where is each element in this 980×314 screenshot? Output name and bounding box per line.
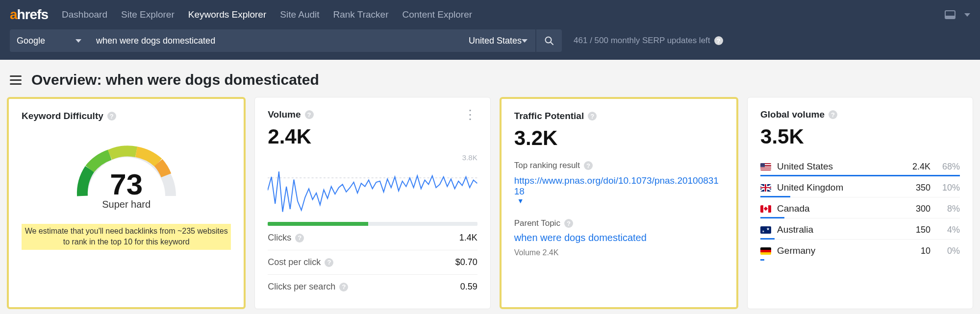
card-volume: Volume ? ⋮ 2.4K 3.8K Clicks? 1.4K Cost p… xyxy=(254,97,490,309)
page-title: Overview: when were dogs domesticated xyxy=(31,72,319,88)
menu-icon[interactable] xyxy=(10,75,22,85)
cpc-value: $0.70 xyxy=(455,257,477,267)
cpc-label: Cost per click xyxy=(268,257,321,267)
clicks-label: Clicks xyxy=(268,233,291,243)
help-icon[interactable]: ? xyxy=(295,234,304,242)
tp-parent-topic-link[interactable]: when were dogs domesticated xyxy=(514,232,724,243)
metrics-row: Keyword Difficulty ? 73 Super hard We es… xyxy=(0,97,980,314)
kd-title: Keyword Difficulty xyxy=(22,111,103,121)
gv-country-volume: 2.4K xyxy=(904,162,930,172)
gv-country-pct: 8% xyxy=(936,204,960,214)
gv-country-name: United States xyxy=(777,161,898,172)
gv-country-volume: 10 xyxy=(904,246,930,256)
keyword-input[interactable] xyxy=(88,29,461,52)
tp-parent-volume: Volume 2.4K xyxy=(514,248,724,257)
gv-country-name: United Kingdom xyxy=(777,182,898,193)
gv-country-pct: 68% xyxy=(936,162,960,172)
tp-top-result-link[interactable]: https://www.pnas.org/doi/10.1073/pnas.20… xyxy=(514,175,724,205)
help-icon[interactable]: ? xyxy=(325,258,333,267)
screen-icon[interactable] xyxy=(945,10,955,19)
account-menu-caret[interactable] xyxy=(964,13,970,17)
tp-top-result-label: Top ranking result ? xyxy=(514,161,724,170)
row-clicks: Clicks? 1.4K xyxy=(268,226,477,250)
nav-item[interactable]: Keywords Explorer xyxy=(188,9,266,20)
search-icon xyxy=(544,36,554,46)
gv-row[interactable]: Australia1504% xyxy=(760,218,960,240)
search-bar: Google United States 461 / 500 monthly S… xyxy=(0,29,980,60)
nav-item[interactable]: Dashboard xyxy=(62,9,107,20)
gv-country-name: Australia xyxy=(777,224,898,235)
help-icon[interactable]: ? xyxy=(339,283,348,291)
volume-sparkline xyxy=(268,153,477,217)
nav-items: DashboardSite ExplorerKeywords ExplorerS… xyxy=(62,9,472,20)
logo[interactable]: ahrefs xyxy=(10,7,48,23)
gv-row[interactable]: Canada3008% xyxy=(760,197,960,218)
flag-icon xyxy=(760,184,771,192)
gv-value: 3.5K xyxy=(760,125,960,148)
gv-country-pct: 0% xyxy=(936,246,960,256)
country-select[interactable]: United States xyxy=(461,29,535,52)
tp-value: 3.2K xyxy=(514,126,724,150)
volume-value: 2.4K xyxy=(268,125,477,148)
gv-row[interactable]: Germany100% xyxy=(760,240,960,260)
clicks-value: 1.4K xyxy=(459,233,477,243)
gv-row[interactable]: United States2.4K68% xyxy=(760,155,960,176)
help-icon[interactable]: ? xyxy=(107,112,116,121)
gv-country-name: Germany xyxy=(777,245,898,256)
nav-item[interactable]: Rank Tracker xyxy=(333,9,389,20)
row-cps: Clicks per search? 0.59 xyxy=(268,275,477,299)
tp-parent-label-row: Parent Topic ? xyxy=(514,218,724,228)
cps-value: 0.59 xyxy=(460,282,477,292)
gv-country-volume: 350 xyxy=(904,183,930,193)
help-icon[interactable]: ? xyxy=(305,110,314,119)
help-icon[interactable]: ? xyxy=(584,161,593,170)
gv-country-pct: 4% xyxy=(936,225,960,235)
serp-updates-text: 461 / 500 monthly SERP updates left xyxy=(574,36,710,46)
chevron-down-icon: ▼ xyxy=(517,197,524,205)
gv-country-name: Canada xyxy=(777,203,898,214)
kd-score: 73 xyxy=(68,168,185,201)
flag-icon xyxy=(760,226,771,234)
page-header: Overview: when were dogs domesticated xyxy=(0,60,980,97)
help-icon[interactable]: ? xyxy=(829,110,837,119)
more-menu-icon[interactable]: ⋮ xyxy=(464,113,477,117)
nav-item[interactable]: Site Audit xyxy=(280,9,319,20)
gv-country-volume: 150 xyxy=(904,225,930,235)
country-select-label: United States xyxy=(469,36,522,46)
tp-title: Traffic Potential xyxy=(514,111,584,121)
help-icon[interactable]: ? xyxy=(714,36,723,45)
gv-row[interactable]: United Kingdom35010% xyxy=(760,176,960,197)
kd-gauge: 73 xyxy=(68,132,185,201)
cps-label: Clicks per search xyxy=(268,282,335,292)
help-icon[interactable]: ? xyxy=(588,112,597,121)
search-button[interactable] xyxy=(536,29,562,52)
row-cpc: Cost per click? $0.70 xyxy=(268,250,477,275)
engine-select-label: Google xyxy=(17,36,45,46)
flag-icon xyxy=(760,247,771,255)
top-nav: ahrefs DashboardSite ExplorerKeywords Ex… xyxy=(0,0,980,29)
help-icon[interactable]: ? xyxy=(564,219,573,228)
engine-select[interactable]: Google xyxy=(10,29,88,52)
kd-note: We estimate that you'll need backlinks f… xyxy=(22,224,231,250)
card-traffic-potential: Traffic Potential ? 3.2K Top ranking res… xyxy=(500,97,738,309)
card-keyword-difficulty: Keyword Difficulty ? 73 Super hard We es… xyxy=(7,97,246,309)
volume-clicks-bar xyxy=(268,222,477,226)
gv-bar xyxy=(760,259,764,261)
card-global-volume: Global volume ? 3.5K United States2.4K68… xyxy=(747,97,973,309)
volume-max-label: 3.8K xyxy=(462,153,477,162)
gv-country-list: United States2.4K68%United Kingdom35010%… xyxy=(760,155,960,260)
gv-country-pct: 10% xyxy=(936,183,960,193)
gv-title: Global volume xyxy=(760,109,825,120)
flag-icon xyxy=(760,205,771,213)
volume-title: Volume xyxy=(268,109,301,120)
svg-line-1 xyxy=(551,42,553,45)
nav-item[interactable]: Site Explorer xyxy=(121,9,175,20)
serp-updates-status: 461 / 500 monthly SERP updates left ? xyxy=(574,36,723,46)
gv-country-volume: 300 xyxy=(904,204,930,214)
chevron-down-icon xyxy=(522,39,528,43)
nav-item[interactable]: Content Explorer xyxy=(402,9,473,20)
chevron-down-icon xyxy=(75,39,81,43)
flag-icon xyxy=(760,163,771,170)
